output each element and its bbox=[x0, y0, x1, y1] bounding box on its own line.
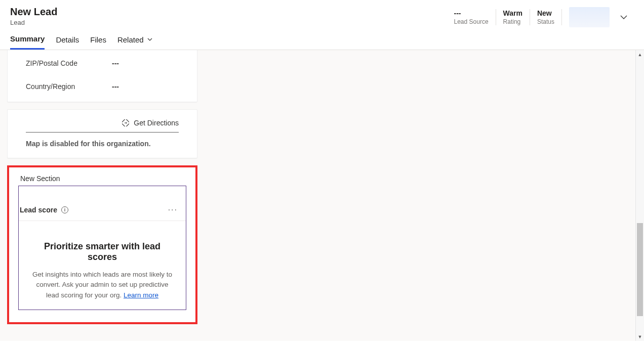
map-disabled-message: Map is disabled for this organization. bbox=[17, 140, 188, 148]
tab-files[interactable]: Files bbox=[90, 34, 106, 50]
record-title: New Lead bbox=[10, 6, 57, 18]
chevron-down-icon bbox=[620, 13, 628, 21]
address-card: ZIP/Postal Code --- Country/Region --- bbox=[7, 50, 197, 102]
stat-lead-source: --- Lead Source bbox=[447, 9, 496, 25]
new-section-highlight: New Section Lead score i ··· Prioritize … bbox=[7, 165, 197, 324]
chevron-down-icon bbox=[147, 36, 153, 42]
lead-score-card: Lead score i ··· Prioritize smarter with… bbox=[18, 186, 186, 310]
more-menu-button[interactable]: ··· bbox=[168, 205, 180, 214]
directions-icon bbox=[122, 119, 130, 127]
vertical-scrollbar[interactable]: ▲ ▼ bbox=[635, 50, 644, 341]
tab-details[interactable]: Details bbox=[56, 34, 79, 50]
lead-score-title-wrap: Lead score i bbox=[20, 206, 68, 214]
header-left: New Lead Lead bbox=[10, 6, 57, 26]
stat-rating: Warm Rating bbox=[496, 9, 530, 25]
lead-score-header: Lead score i ··· bbox=[19, 200, 186, 221]
header-image-tile[interactable] bbox=[569, 7, 610, 27]
info-icon[interactable]: i bbox=[61, 206, 68, 213]
form-tabs: Summary Details Files Related bbox=[0, 30, 644, 50]
header-expand-button[interactable] bbox=[617, 10, 631, 24]
lead-score-promo-heading: Prioritize smarter with lead scores bbox=[29, 241, 176, 262]
field-zip[interactable]: ZIP/Postal Code --- bbox=[26, 50, 179, 67]
form-body: ZIP/Postal Code --- Country/Region --- G… bbox=[0, 50, 644, 341]
stat-lead-source-value: --- bbox=[454, 9, 489, 17]
header-stats: --- Lead Source Warm Rating New Status bbox=[447, 7, 634, 27]
stat-status: New Status bbox=[530, 9, 562, 25]
tab-related-label: Related bbox=[117, 35, 144, 44]
tab-related[interactable]: Related bbox=[117, 34, 153, 50]
lead-score-promo-text: Get insights into which leads are most l… bbox=[29, 270, 176, 300]
lead-score-title: Lead score bbox=[20, 206, 57, 214]
lead-score-body: Prioritize smarter with lead scores Get … bbox=[19, 221, 186, 310]
learn-more-link[interactable]: Learn more bbox=[124, 291, 158, 299]
scroll-up-button[interactable]: ▲ bbox=[636, 50, 645, 59]
map-card: Get Directions Map is disabled for this … bbox=[7, 109, 197, 158]
field-zip-value: --- bbox=[112, 59, 119, 67]
stat-rating-label: Rating bbox=[503, 18, 522, 25]
new-section-title: New Section bbox=[20, 174, 186, 183]
tab-summary[interactable]: Summary bbox=[10, 34, 45, 50]
field-zip-label: ZIP/Postal Code bbox=[26, 59, 112, 67]
get-directions-row[interactable]: Get Directions bbox=[26, 119, 179, 133]
record-header: New Lead Lead --- Lead Source Warm Ratin… bbox=[0, 0, 644, 30]
stat-lead-source-label: Lead Source bbox=[454, 18, 489, 25]
field-country-label: Country/Region bbox=[26, 82, 112, 91]
field-country[interactable]: Country/Region --- bbox=[26, 67, 179, 91]
scrollbar-thumb[interactable] bbox=[637, 223, 643, 316]
record-entity-type: Lead bbox=[10, 19, 57, 26]
stat-status-value: New bbox=[537, 9, 554, 17]
field-country-value: --- bbox=[112, 82, 119, 91]
scroll-down-button[interactable]: ▼ bbox=[636, 332, 645, 341]
scrollbar-track[interactable] bbox=[636, 59, 644, 332]
stat-status-label: Status bbox=[537, 18, 554, 25]
stat-rating-value: Warm bbox=[503, 9, 522, 17]
left-column: ZIP/Postal Code --- Country/Region --- G… bbox=[7, 50, 197, 324]
get-directions-label: Get Directions bbox=[134, 119, 179, 127]
